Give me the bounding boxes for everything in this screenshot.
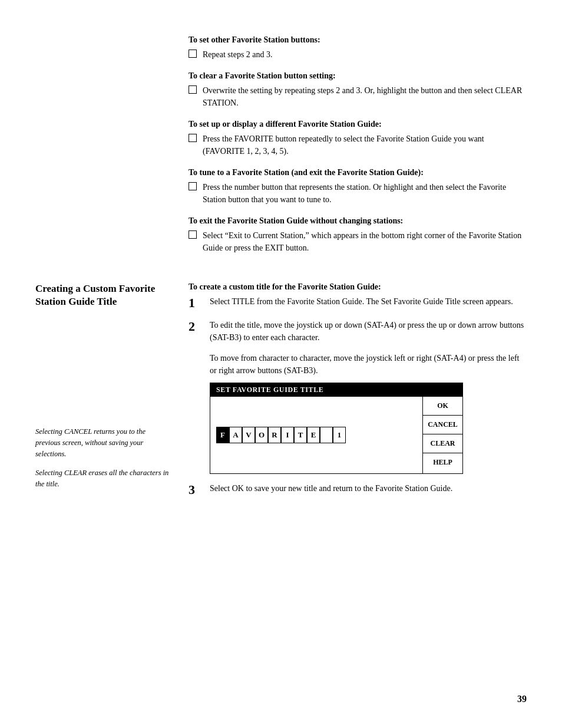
main-content-area: Creating a Custom Favorite Station Guide…: [35, 282, 527, 508]
buttons-column: OKCANCELCLEARHELP: [422, 397, 462, 473]
topic-block-clear: To clear a Favorite Station button setti…: [189, 71, 527, 109]
fav-button-cancel[interactable]: CANCEL: [423, 416, 462, 434]
bullet-text-set-other: Repeat steps 2 and 3.: [203, 48, 527, 61]
step-1: 1 Select TITLE from the Favorite Station…: [189, 295, 527, 311]
heading-setup: To set up or display a different Favorit…: [189, 120, 527, 129]
heading-tune: To tune to a Favorite Station (and exit …: [189, 168, 527, 177]
fav-button-clear[interactable]: CLEAR: [423, 434, 462, 453]
set-favorite-box: SET FAVORITE GUIDE TITLE FAVORITE1 OKCAN…: [210, 383, 463, 474]
fav-button-help[interactable]: HELP: [423, 453, 462, 472]
bullet-tune: Press the number button that represents …: [189, 181, 527, 206]
char-display-area: FAVORITE1: [210, 397, 422, 473]
bullet-text-setup: Press the FAVORITE button repeatedly to …: [203, 133, 527, 157]
checkbox-icon: [189, 134, 197, 142]
char-cell-9: 1: [333, 427, 346, 443]
step-3: 3 Select OK to save your new title and r…: [189, 482, 527, 498]
numbered-steps: 1 Select TITLE from the Favorite Station…: [189, 295, 527, 498]
step-number-1: 1: [189, 295, 201, 311]
step-number-2: 2: [189, 319, 201, 334]
step-text-2: To edit the title, move the joystick up …: [210, 319, 527, 344]
step-text-1: Select TITLE from the Favorite Station G…: [210, 295, 527, 308]
top-section: To set other Favorite Station buttons: R…: [189, 35, 527, 265]
step-text-3: Select OK to save your new title and ret…: [210, 482, 527, 495]
topic-block-tune: To tune to a Favorite Station (and exit …: [189, 168, 527, 206]
bullet-clear: Overwrite the setting by repeating steps…: [189, 84, 527, 109]
char-cell-6: T: [294, 427, 307, 443]
topic-block-setup: To set up or display a different Favorit…: [189, 120, 527, 157]
sidebar-note-cancel: Selecting CANCEL returns you to the prev…: [35, 426, 171, 459]
char-cells: FAVORITE1: [216, 427, 346, 443]
bullet-set-other: Repeat steps 2 and 3.: [189, 48, 527, 61]
left-sidebar: Creating a Custom Favorite Station Guide…: [35, 282, 189, 508]
step-number-3: 3: [189, 482, 201, 498]
set-favorite-body: FAVORITE1 OKCANCELCLEARHELP: [210, 397, 462, 473]
heading-clear: To clear a Favorite Station button setti…: [189, 71, 527, 81]
sidebar-note-clear: Selecting CLEAR erases all the character…: [35, 467, 171, 490]
char-cell-1: A: [229, 427, 242, 443]
bullet-text-tune: Press the number button that represents …: [203, 181, 527, 206]
checkbox-icon: [189, 50, 197, 58]
checkbox-icon: [189, 230, 197, 239]
heading-set-other: To set other Favorite Station buttons:: [189, 35, 527, 45]
custom-section-heading: To create a custom title for the Favorit…: [189, 282, 527, 292]
page: To set other Favorite Station buttons: R…: [0, 0, 562, 728]
set-favorite-title: SET FAVORITE GUIDE TITLE: [210, 383, 462, 397]
checkbox-icon: [189, 182, 197, 190]
bullet-text-exit: Select “Exit to Current Station,” which …: [203, 229, 527, 254]
page-number: 39: [517, 694, 527, 704]
step-2: 2 To edit the title, move the joystick u…: [189, 319, 527, 344]
right-content: To create a custom title for the Favorit…: [189, 282, 527, 508]
char-cell-5: I: [281, 427, 294, 443]
char-cell-2: V: [242, 427, 255, 443]
bullet-exit: Select “Exit to Current Station,” which …: [189, 229, 527, 254]
char-cell-3: O: [255, 427, 268, 443]
checkbox-icon: [189, 85, 197, 94]
topic-block-set-other: To set other Favorite Station buttons: R…: [189, 35, 527, 61]
char-cell-7: E: [307, 427, 320, 443]
step-2-sub: To move from character to character, mov…: [210, 352, 527, 377]
topic-block-exit: To exit the Favorite Station Guide witho…: [189, 216, 527, 254]
char-cell-8: [320, 427, 333, 443]
section-title: Creating a Custom Favorite Station Guide…: [35, 282, 171, 308]
char-cell-0: F: [216, 427, 229, 443]
heading-exit: To exit the Favorite Station Guide witho…: [189, 216, 527, 226]
bullet-setup: Press the FAVORITE button repeatedly to …: [189, 133, 527, 157]
fav-button-ok[interactable]: OK: [423, 397, 462, 416]
char-cell-4: R: [268, 427, 281, 443]
bullet-text-clear: Overwrite the setting by repeating steps…: [203, 84, 527, 109]
